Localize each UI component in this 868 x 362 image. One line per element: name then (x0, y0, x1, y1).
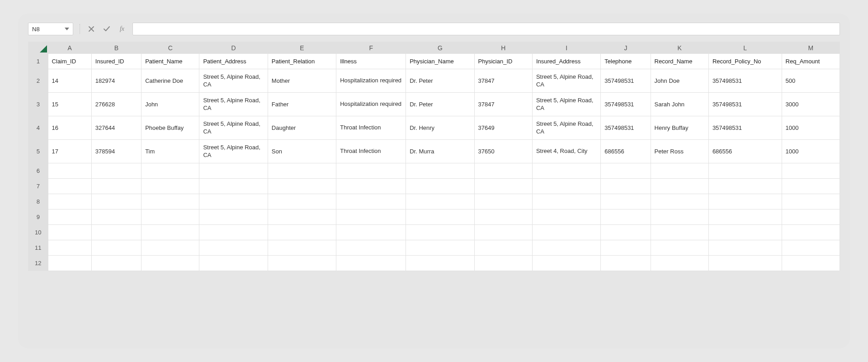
cell[interactable]: Hospitalization required (336, 93, 406, 116)
cell[interactable] (406, 210, 474, 225)
cell[interactable] (91, 194, 141, 210)
cell[interactable] (268, 256, 336, 271)
column-header[interactable]: F (336, 42, 406, 54)
cell[interactable] (601, 210, 651, 225)
cell[interactable] (708, 256, 782, 271)
cell[interactable] (268, 210, 336, 225)
cell[interactable]: 37650 (474, 140, 532, 163)
cell[interactable] (406, 194, 474, 210)
cell[interactable]: 327644 (91, 116, 141, 140)
cell[interactable] (532, 225, 600, 240)
cell[interactable]: Street 5, Alpine Road, CA (532, 69, 600, 93)
name-box[interactable]: N8 (28, 23, 73, 35)
cell[interactable]: 357498531 (708, 116, 782, 140)
cell[interactable] (268, 194, 336, 210)
cell[interactable]: Physician_Name (406, 54, 474, 69)
cell[interactable] (474, 210, 532, 225)
cell[interactable]: 182974 (91, 69, 141, 93)
row-header[interactable]: 10 (28, 225, 48, 240)
cell[interactable] (268, 179, 336, 194)
cell[interactable] (532, 163, 600, 179)
cell[interactable] (782, 194, 840, 210)
cell[interactable] (406, 240, 474, 256)
cell[interactable]: John (142, 93, 199, 116)
cell[interactable] (708, 240, 782, 256)
cell[interactable] (406, 163, 474, 179)
cell[interactable] (142, 225, 199, 240)
cell[interactable]: Phoebe Buffay (142, 116, 199, 140)
cell[interactable] (782, 163, 840, 179)
cell[interactable]: 686556 (708, 140, 782, 163)
cell[interactable]: Hospitalization required (336, 69, 406, 93)
column-header[interactable]: M (782, 42, 840, 54)
row-header[interactable]: 9 (28, 210, 48, 225)
cell[interactable] (199, 256, 268, 271)
cell[interactable]: Henry Buffay (651, 116, 708, 140)
cell[interactable] (474, 179, 532, 194)
cell[interactable] (199, 194, 268, 210)
column-header[interactable]: J (601, 42, 651, 54)
cell[interactable] (651, 256, 708, 271)
column-header[interactable]: C (142, 42, 199, 54)
cell[interactable]: Mother (268, 69, 336, 93)
cell[interactable] (199, 240, 268, 256)
cell[interactable]: Record_Name (651, 54, 708, 69)
cell[interactable] (48, 163, 91, 179)
cell[interactable]: 14 (48, 69, 91, 93)
cell[interactable]: 357498531 (601, 93, 651, 116)
cell[interactable]: 357498531 (601, 116, 651, 140)
cell[interactable] (48, 256, 91, 271)
cell[interactable] (91, 240, 141, 256)
row-header[interactable]: 8 (28, 194, 48, 210)
cell[interactable]: Street 5, Alpine Road, CA (199, 93, 268, 116)
cell[interactable] (532, 179, 600, 194)
accept-formula-button[interactable] (102, 24, 112, 34)
cell[interactable]: Insured_Address (532, 54, 600, 69)
cell[interactable]: Dr. Henry (406, 116, 474, 140)
cell[interactable] (474, 163, 532, 179)
cell[interactable]: Street 5, Alpine Road, CA (199, 140, 268, 163)
cell[interactable]: Sarah John (651, 93, 708, 116)
cell[interactable] (651, 194, 708, 210)
cell[interactable] (651, 179, 708, 194)
cell[interactable] (406, 256, 474, 271)
cell[interactable] (48, 210, 91, 225)
cell[interactable] (48, 225, 91, 240)
cell[interactable] (601, 194, 651, 210)
column-header[interactable]: A (48, 42, 91, 54)
cell[interactable] (532, 194, 600, 210)
column-header[interactable]: G (406, 42, 474, 54)
cell[interactable]: Telephone (601, 54, 651, 69)
insert-function-button[interactable]: fx (117, 24, 127, 34)
cell[interactable] (48, 194, 91, 210)
cell[interactable] (474, 194, 532, 210)
cell[interactable]: Patient_Relation (268, 54, 336, 69)
row-header[interactable]: 12 (28, 256, 48, 271)
cell[interactable] (532, 240, 600, 256)
row-header[interactable]: 11 (28, 240, 48, 256)
cell[interactable]: Son (268, 140, 336, 163)
cell[interactable]: 357498531 (708, 93, 782, 116)
cell[interactable]: Req_Amount (782, 54, 840, 69)
column-header[interactable]: L (708, 42, 782, 54)
cell[interactable] (532, 256, 600, 271)
row-header[interactable]: 5 (28, 140, 48, 163)
cell[interactable]: John Doe (651, 69, 708, 93)
cell[interactable]: Physician_ID (474, 54, 532, 69)
cell[interactable] (782, 179, 840, 194)
cell[interactable] (199, 210, 268, 225)
column-header[interactable]: H (474, 42, 532, 54)
cell[interactable] (601, 163, 651, 179)
cell[interactable]: 37847 (474, 93, 532, 116)
cell[interactable]: Tim (142, 140, 199, 163)
formula-input[interactable] (132, 23, 840, 35)
column-header[interactable]: I (532, 42, 600, 54)
cell[interactable] (708, 210, 782, 225)
cell[interactable]: 1000 (782, 116, 840, 140)
cell[interactable] (782, 225, 840, 240)
cell[interactable] (782, 210, 840, 225)
cell[interactable] (651, 210, 708, 225)
cell[interactable]: Dr. Peter (406, 93, 474, 116)
cell[interactable]: 378594 (91, 140, 141, 163)
cell[interactable] (142, 194, 199, 210)
